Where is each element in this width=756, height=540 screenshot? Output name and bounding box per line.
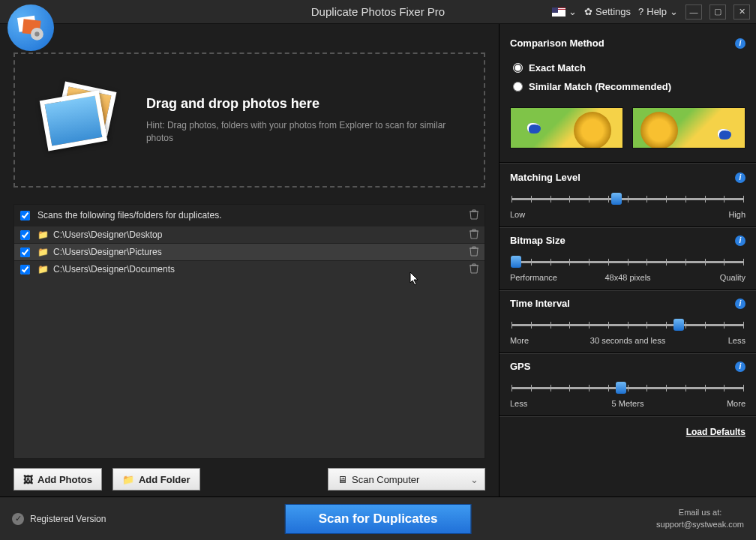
folder-icon: 📁 (38, 247, 49, 257)
info-icon[interactable]: i (735, 236, 746, 246)
select-all-checkbox[interactable] (20, 211, 30, 220)
info-icon[interactable]: i (735, 172, 746, 183)
slider-high-label: Quality (720, 273, 746, 282)
slider-low-label: Performance (510, 273, 557, 282)
close-button[interactable]: ✕ (734, 4, 750, 20)
chevron-down-icon: ⌄ (670, 6, 678, 17)
gps-slider[interactable] (512, 381, 744, 394)
add-photos-button[interactable]: 🖼 Add Photos (14, 468, 102, 490)
folder-row[interactable]: 📁C:\Users\Designer\Desktop (14, 226, 484, 243)
info-icon[interactable]: i (735, 362, 746, 372)
row-checkbox[interactable] (20, 230, 30, 240)
dropzone-hint: Hint: Drag photos, folders with your pho… (146, 119, 461, 145)
preview-image-2 (632, 107, 746, 148)
dropzone[interactable]: Drag and drop photos here Hint: Drag pho… (14, 52, 485, 188)
bitmap-title: Bitmap Sizei (510, 235, 746, 246)
slider-low-label: Low (510, 210, 525, 219)
folder-list-header: Scans the following files/folders for du… (14, 205, 484, 226)
bitmap-slider[interactable] (512, 255, 744, 268)
app-logo (8, 4, 54, 51)
delete-row-icon[interactable] (470, 263, 478, 276)
slider-high-label: More (727, 399, 746, 408)
help-icon: ? (638, 6, 644, 17)
registered-status: ✓ Registered Version (12, 513, 106, 525)
photos-icon: 🖼 (23, 474, 33, 485)
gear-icon: ✿ (584, 6, 592, 17)
folder-icon: 📁 (38, 264, 49, 274)
slider-low-label: More (510, 336, 529, 345)
matching-title: Matching Leveli (510, 172, 746, 183)
support-info: Email us at: support@systweak.com (656, 507, 744, 530)
slider-center-label: 30 seconds and less (590, 336, 665, 345)
slider-center-label: 5 Meters (612, 399, 644, 408)
add-folder-button[interactable]: 📁 Add Folder (112, 468, 200, 490)
matching-slider[interactable] (512, 192, 744, 206)
exact-match-radio[interactable]: Exact Match (513, 62, 742, 74)
similar-match-radio[interactable]: Similar Match (Recommended) (513, 81, 742, 92)
info-icon[interactable]: i (735, 38, 746, 49)
dropzone-heading: Drag and drop photos here (146, 96, 461, 112)
folder-row[interactable]: 📁C:\Users\Designer\Documents (14, 260, 484, 278)
slider-thumb[interactable] (674, 319, 684, 331)
slider-center-label: 48x48 pixels (604, 273, 650, 282)
time-title: Time Intervali (510, 298, 746, 309)
row-checkbox[interactable] (20, 248, 30, 257)
support-email[interactable]: support@systweak.com (656, 519, 744, 530)
delete-row-icon[interactable] (470, 229, 478, 242)
folder-path: C:\Users\Designer\Documents (53, 264, 175, 274)
folder-path: C:\Users\Designer\Pictures (53, 247, 162, 257)
svg-point-3 (34, 32, 39, 36)
delete-row-icon[interactable] (470, 246, 478, 259)
folder-icon: 📁 (122, 474, 134, 485)
folder-row[interactable]: 📁C:\Users\Designer\Pictures (14, 243, 484, 260)
settings-link[interactable]: ✿ Settings (584, 6, 631, 17)
row-checkbox[interactable] (20, 265, 30, 274)
app-title: Duplicate Photos Fixer Pro (311, 5, 445, 18)
delete-all-icon[interactable] (470, 209, 478, 222)
maximize-button[interactable]: ▢ (710, 4, 726, 20)
language-selector[interactable]: ⌄ (552, 6, 577, 17)
scan-for-duplicates-button[interactable]: Scan for Duplicates (285, 504, 472, 534)
titlebar: Duplicate Photos Fixer Pro ⌄ ✿ Settings … (0, 0, 756, 24)
slider-thumb[interactable] (611, 193, 622, 205)
footer: ✓ Registered Version Scan for Duplicates… (0, 496, 756, 540)
comparison-method-title: Comparison Method i (510, 38, 746, 49)
preview-thumbnails (510, 106, 746, 158)
gps-title: GPSi (510, 361, 746, 372)
scan-computer-dropdown[interactable]: 🖥 Scan Computer (328, 468, 485, 490)
folder-path: C:\Users\Designer\Desktop (53, 230, 162, 240)
slider-high-label: Less (728, 336, 746, 345)
minimize-button[interactable]: — (686, 4, 702, 20)
slider-high-label: High (728, 210, 746, 219)
help-link[interactable]: ? Help ⌄ (638, 6, 678, 17)
monitor-icon: 🖥 (338, 474, 347, 485)
preview-image-1 (510, 107, 623, 148)
slider-thumb[interactable] (616, 382, 626, 394)
photo-stack-icon (38, 79, 124, 161)
time-slider[interactable] (512, 318, 744, 332)
slider-low-label: Less (510, 399, 527, 408)
flag-us-icon (552, 8, 566, 16)
load-defaults-link[interactable]: Load Defaults (510, 424, 746, 440)
folder-list: Scans the following files/folders for du… (14, 204, 485, 459)
chevron-down-icon: ⌄ (568, 6, 577, 17)
folder-icon: 📁 (38, 230, 49, 240)
folder-list-header-text: Scans the following files/folders for du… (38, 210, 221, 220)
slider-thumb[interactable] (511, 256, 521, 268)
info-icon[interactable]: i (735, 298, 746, 309)
check-circle-icon: ✓ (12, 513, 24, 525)
